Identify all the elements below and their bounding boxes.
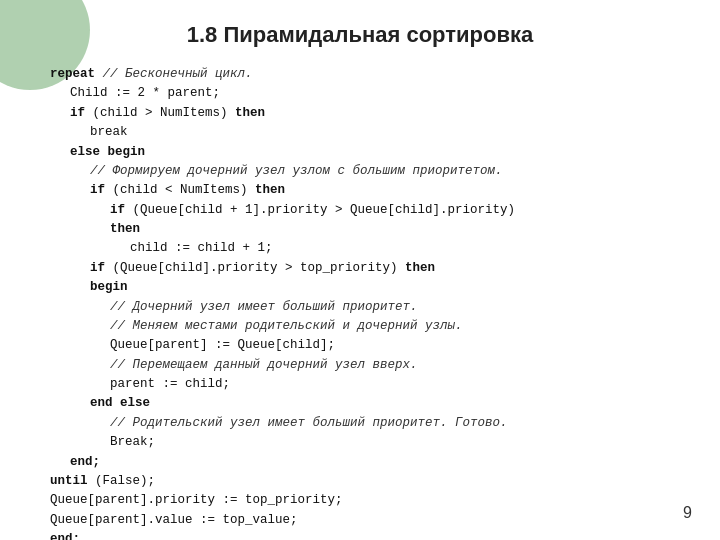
code-line: // Родительский узел имеет больший приор…	[110, 414, 670, 433]
code-line: Break;	[110, 433, 670, 452]
page-number: 9	[683, 504, 692, 522]
code-line: end else	[90, 394, 670, 413]
code-line: then	[110, 220, 670, 239]
code-line: if (Queue[child].priority > top_priority…	[90, 259, 670, 278]
code-line: child := child + 1;	[130, 239, 670, 258]
code-line: end;	[50, 530, 670, 540]
code-line: end;	[70, 453, 670, 472]
code-line: Queue[parent].value := top_value;	[50, 511, 670, 530]
code-line: if (child < NumItems) then	[90, 181, 670, 200]
code-line: Queue[parent] := Queue[child];	[110, 336, 670, 355]
code-block: repeat // Бесконечный цикл. Child := 2 *…	[50, 65, 670, 540]
code-line: if (Queue[child + 1].priority > Queue[ch…	[110, 201, 670, 220]
code-line: // Меняем местами родительский и дочерни…	[110, 317, 670, 336]
code-line: parent := child;	[110, 375, 670, 394]
code-line: else begin	[70, 143, 670, 162]
code-line: until (False);	[50, 472, 670, 491]
page-title: 1.8 Пирамидальная сортировка	[0, 22, 720, 48]
code-line: // Перемещаем данный дочерний узел вверх…	[110, 356, 670, 375]
code-line: if (child > NumItems) then	[70, 104, 670, 123]
code-line: repeat // Бесконечный цикл.	[50, 65, 670, 84]
code-line: Queue[parent].priority := top_priority;	[50, 491, 670, 510]
code-line: // Дочерний узел имеет больший приоритет…	[110, 298, 670, 317]
code-line: Child := 2 * parent;	[70, 84, 670, 103]
code-line: // Формируем дочерний узел узлом с больш…	[90, 162, 670, 181]
code-line: break	[90, 123, 670, 142]
code-line: begin	[90, 278, 670, 297]
